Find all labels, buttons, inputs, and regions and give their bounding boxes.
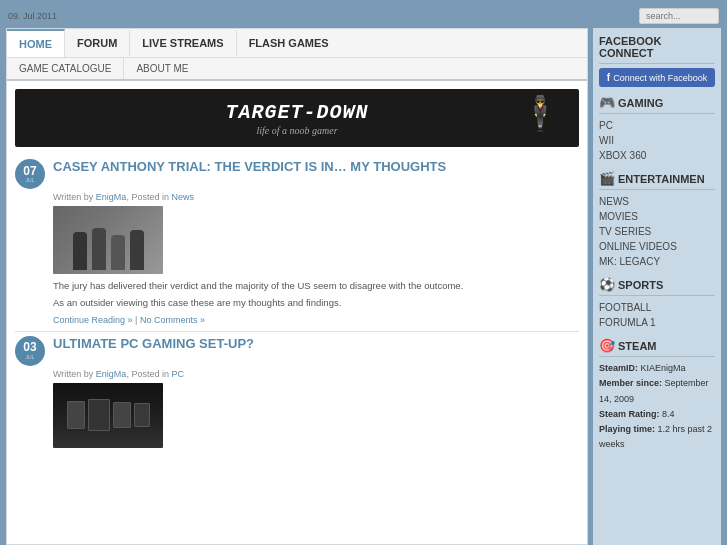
sidebar-item-tvseries[interactable]: TV SERIES <box>599 224 715 239</box>
post-divider <box>15 331 579 332</box>
banner-title: TARGET-DOWN <box>225 101 368 124</box>
sidebar-divider-ent <box>599 189 715 190</box>
nav-item-aboutme[interactable]: ABOUT ME <box>124 58 200 79</box>
sidebar-item-football[interactable]: FOOTBALL <box>599 300 715 315</box>
post-1-excerpt1: The jury has delivered their verdict and… <box>53 279 579 293</box>
sidebar-divider-gaming <box>599 113 715 114</box>
main-wrapper: 09. Jul 2011 HOME FORUM LIVE STREAMS FLA… <box>0 0 727 545</box>
facebook-connect-button[interactable]: f Connect with Facebook <box>599 68 715 87</box>
post-1-date-badge: 07 JUL <box>15 159 45 189</box>
entertainment-icon: 🎬 <box>599 171 615 186</box>
sidebar-item-movies[interactable]: MOVIES <box>599 209 715 224</box>
sidebar-item-mklegacy[interactable]: MK: LEGACY <box>599 254 715 269</box>
post-1-category[interactable]: News <box>171 192 194 202</box>
post-1-links[interactable]: Continue Reading » | No Comments » <box>53 315 579 325</box>
content-sidebar-row: HOME FORUM LIVE STREAMS FLASH GAMES GAME… <box>6 28 721 545</box>
sidebar: FACEBOOK CONNECT f Connect with Facebook… <box>593 28 721 545</box>
nav-item-forum[interactable]: FORUM <box>65 30 130 56</box>
banner-text: TARGET-DOWN life of a noob gamer <box>225 101 368 136</box>
post-1-month: JUL <box>26 178 35 183</box>
sidebar-divider-steam <box>599 356 715 357</box>
sidebar-gaming-title: 🎮 GAMING <box>599 95 715 110</box>
post-2-month: JUL <box>26 355 35 360</box>
post-2: 03 JUL ULTIMATE PC GAMING SET-UP? Writte… <box>15 336 579 448</box>
post-1-continue[interactable]: Continue Reading » <box>53 315 133 325</box>
sidebar-steam-title: 🎯 STEAM <box>599 338 715 353</box>
nav-item-livestreams[interactable]: LIVE STREAMS <box>130 30 236 56</box>
post-2-image <box>53 383 163 448</box>
post-2-date-badge: 03 JUL <box>15 336 45 366</box>
top-bar: 09. Jul 2011 <box>6 8 721 24</box>
sidebar-item-pc[interactable]: PC <box>599 118 715 133</box>
sidebar-entertainment-title: 🎬 ENTERTAINMEN <box>599 171 715 186</box>
sidebar-entertainment-section: 🎬 ENTERTAINMEN NEWS MOVIES TV SERIES ONL… <box>599 171 715 269</box>
nav-item-gamecatalogue[interactable]: GAME CATALOGUE <box>7 58 124 79</box>
sports-icon: ⚽ <box>599 277 615 292</box>
sidebar-facebook-title: FACEBOOK CONNECT <box>599 35 715 59</box>
sidebar-gaming-section: 🎮 GAMING PC WII XBOX 360 <box>599 95 715 163</box>
post-1-title[interactable]: CASEY ANTHONY TRIAL: THE VERDICT IS IN… … <box>53 159 446 176</box>
post-2-author[interactable]: EnigMa <box>96 369 127 379</box>
rating-label: Steam Rating: <box>599 409 660 419</box>
content-box: HOME FORUM LIVE STREAMS FLASH GAMES GAME… <box>6 28 588 545</box>
nav-primary: HOME FORUM LIVE STREAMS FLASH GAMES <box>7 29 587 58</box>
facebook-icon: f <box>607 72 610 83</box>
sidebar-item-wii[interactable]: WII <box>599 133 715 148</box>
sidebar-item-onlinevideos[interactable]: ONLINE VIDEOS <box>599 239 715 254</box>
steam-icon: 🎯 <box>599 338 615 353</box>
top-bar-date: 09. Jul 2011 <box>8 11 57 21</box>
banner-character: 🕴️ <box>519 93 561 133</box>
sidebar-item-xbox360[interactable]: XBOX 360 <box>599 148 715 163</box>
post-2-title[interactable]: ULTIMATE PC GAMING SET-UP? <box>53 336 254 353</box>
search-input[interactable] <box>639 8 719 24</box>
post-1: 07 JUL CASEY ANTHONY TRIAL: THE VERDICT … <box>15 159 579 325</box>
sidebar-item-news[interactable]: NEWS <box>599 194 715 209</box>
gaming-icon: 🎮 <box>599 95 615 110</box>
banner-subtitle: life of a noob gamer <box>225 125 368 136</box>
gaming-scene <box>53 383 163 448</box>
post-1-meta: Written by EnigMa, Posted in News <box>53 192 579 202</box>
sidebar-sports-section: ⚽ SPORTS FOOTBALL FORUMLA 1 <box>599 277 715 330</box>
steam-info: SteamID: KIAEnigMa Member since: Septemb… <box>599 361 715 453</box>
post-2-category[interactable]: PC <box>171 369 184 379</box>
member-label: Member since: <box>599 378 662 388</box>
nav-secondary: GAME CATALOGUE ABOUT ME <box>7 58 587 81</box>
sidebar-divider-sports <box>599 295 715 296</box>
nav-item-home[interactable]: HOME <box>7 29 65 57</box>
post-2-day: 03 <box>23 341 36 354</box>
site-banner: TARGET-DOWN life of a noob gamer 🕴️ <box>15 89 579 147</box>
facebook-connect-label: Connect with Facebook <box>613 73 707 83</box>
sidebar-sports-title: ⚽ SPORTS <box>599 277 715 292</box>
steamid-label: SteamID: <box>599 363 638 373</box>
posts-area: 07 JUL CASEY ANTHONY TRIAL: THE VERDICT … <box>7 155 587 544</box>
post-1-header: 07 JUL CASEY ANTHONY TRIAL: THE VERDICT … <box>15 159 579 189</box>
post-2-header: 03 JUL ULTIMATE PC GAMING SET-UP? <box>15 336 579 366</box>
rating-value: 8.4 <box>662 409 675 419</box>
sidebar-facebook-section: FACEBOOK CONNECT f Connect with Facebook <box>599 35 715 87</box>
post-1-author[interactable]: EnigMa <box>96 192 127 202</box>
sidebar-steam-section: 🎯 STEAM SteamID: KIAEnigMa Member since:… <box>599 338 715 453</box>
sidebar-item-formula1[interactable]: FORUMLA 1 <box>599 315 715 330</box>
playing-label: Playing time: <box>599 424 655 434</box>
steamid-value: KIAEnigMa <box>641 363 686 373</box>
post-2-meta: Written by EnigMa, Posted in PC <box>53 369 579 379</box>
post-1-excerpt2: As an outsider viewing this case these a… <box>53 296 579 310</box>
post-1-image <box>53 206 163 274</box>
courtroom-scene <box>53 206 163 274</box>
sidebar-divider-fb <box>599 63 715 64</box>
nav-item-flashgames[interactable]: FLASH GAMES <box>237 30 341 56</box>
post-1-comments[interactable]: No Comments » <box>140 315 205 325</box>
